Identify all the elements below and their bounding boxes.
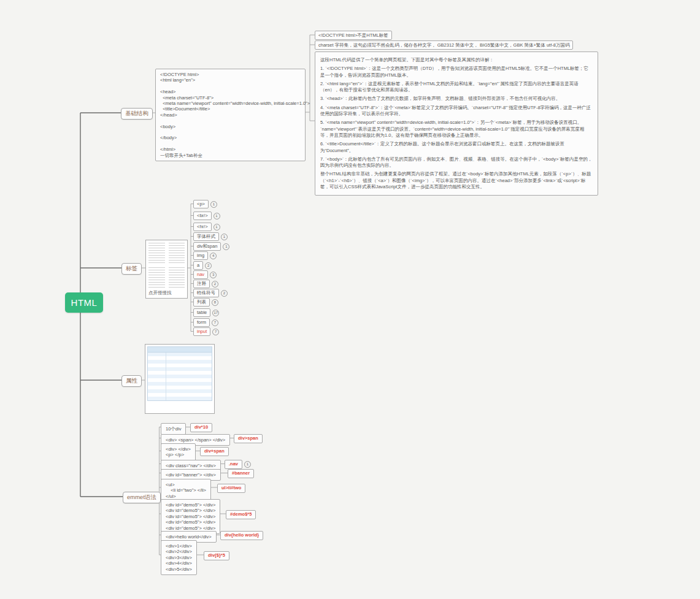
explanation-paragraph: 5. `<meta name="viewport" content="width… <box>320 120 593 139</box>
tags-cheatsheet-thumbnail[interactable]: 点开慢慢找 <box>145 240 188 299</box>
explanation-paragraph: 这段HTML代码提供了一个简单的网页框架。下面是对其中每个标签及其属性的详解： <box>320 57 593 63</box>
emmet-abbr-row: .nav 1 <box>225 460 251 469</box>
emmet-code-node[interactable]: <div> </div> <p> </p> <box>161 443 196 461</box>
explanation-paragraph: 3. `<head>`：此标签内包含了文档的元数据，如字符集声明、文档标题、链接… <box>320 96 593 102</box>
code-line: <div id="demo5"> </div> <box>166 508 215 513</box>
tag-item-comment[interactable]: 注释 2 <box>193 280 218 288</box>
code-line: <div>2</div> <box>166 549 192 554</box>
code-line: </head> <box>160 112 301 118</box>
code-line: <div>1</div> <box>166 543 192 549</box>
code-line: <div>hello world</div> <box>166 534 212 540</box>
count-badge[interactable]: 8 <box>212 299 218 306</box>
branch-node-tags[interactable]: 标签 <box>121 263 142 275</box>
html-explanation-node[interactable]: 这段HTML代码提供了一个简单的网页框架。下面是对其中每个标签及其属性的详解： … <box>315 52 598 196</box>
tag-label: <br/> <box>193 212 212 220</box>
emmet-code-node[interactable]: <div id="demo5"> </div> <div id="demo5">… <box>161 499 220 534</box>
count-badge[interactable]: 7 <box>212 319 218 326</box>
code-line: <html lang="en"> <box>160 77 301 83</box>
tag-item-a[interactable]: a 2 <box>193 261 212 270</box>
tag-label: nav <box>193 270 208 279</box>
thumbnail-text-preview <box>148 242 185 289</box>
note-doctype[interactable]: <!DOCTYPE html>不是HTML标签 <box>315 31 392 40</box>
tag-label: 注释 <box>193 280 210 288</box>
count-badge[interactable]: 1 <box>223 243 229 250</box>
tag-label: 列表 <box>193 298 210 307</box>
emmet-code-node[interactable]: <div>1</div> <div>2</div> <div>3</div> <… <box>161 540 197 575</box>
code-line: </html> <box>160 147 301 152</box>
note-charset[interactable]: charset 字符集，这句必须写不然会乱码，储存各种文字， GB2312 简体… <box>315 40 573 50</box>
code-line: <p> </p> <box>166 452 191 457</box>
tag-item-div-span[interactable]: div和span 1 <box>193 242 229 251</box>
count-badge[interactable]: 1 <box>244 461 251 468</box>
code-line: <div id="demo5"> </div> <box>166 514 215 519</box>
attributes-table-thumbnail[interactable] <box>145 344 215 414</box>
tag-item-p[interactable]: <p> 1 <box>193 200 217 208</box>
table-rows-preview <box>147 352 212 401</box>
mindmap-canvas: HTML 基础结构 标签 属性 emmet语法 <!DOCTYPE html> … <box>0 0 700 599</box>
tag-item-list[interactable]: 列表 8 <box>193 298 218 307</box>
tag-label: form <box>193 318 210 327</box>
code-line: </body> <box>160 135 301 140</box>
branch-node-attributes[interactable]: 属性 <box>121 375 142 387</box>
tag-item-br[interactable]: <br/> 1 <box>193 212 220 220</box>
explanation-paragraph: 6. `<title>Document</title>`：定义了文档的标题。这个… <box>320 141 593 154</box>
emmet-abbr-node[interactable]: div*10 <box>190 423 212 432</box>
emmet-abbr-node[interactable]: div>span <box>234 434 263 443</box>
code-line: <div id="banner"> </div> <box>166 472 216 478</box>
emmet-abbr-node[interactable]: ul>li#two <box>217 484 245 493</box>
tag-item-form[interactable]: form 7 <box>193 318 218 327</box>
code-line: <ul> <box>166 482 206 487</box>
code-caption: 一切靠开头+Tab补全 <box>160 153 301 158</box>
emmet-abbr-node[interactable]: .nav <box>225 460 242 469</box>
count-badge[interactable]: 2 <box>205 262 212 269</box>
root-node-html[interactable]: HTML <box>65 292 103 313</box>
count-badge[interactable]: 17 <box>212 310 219 316</box>
count-badge[interactable]: 3 <box>210 272 217 278</box>
code-line <box>160 118 301 123</box>
tag-label: input <box>193 327 210 336</box>
code-line <box>160 83 301 89</box>
html-skeleton-node[interactable]: <!DOCTYPE html> <html lang="en"> <head> … <box>155 69 306 161</box>
code-line: <div>4</div> <box>166 560 192 566</box>
count-badge[interactable]: 4 <box>210 253 217 259</box>
code-line: <head> <box>160 89 301 94</box>
emmet-abbr-node[interactable]: div{hello world} <box>220 531 263 540</box>
emmet-abbr-node[interactable]: div+span <box>200 447 229 456</box>
tag-item-special-chars[interactable]: 特殊符号 2 <box>193 289 228 297</box>
tag-label: div和span <box>193 242 221 251</box>
count-badge[interactable]: 1 <box>213 224 220 231</box>
tag-item-img[interactable]: img 4 <box>193 251 217 260</box>
code-line: <div> </div> <box>166 446 191 452</box>
code-line: <div id="demo5"> </div> <box>166 525 215 531</box>
branch-node-emmet[interactable]: emmet语法 <box>123 492 161 503</box>
explanation-paragraph: 整个HTML结构非常基础，为创建更复杂的网页内容提供了框架。通过在`<body>… <box>320 171 593 190</box>
count-badge[interactable]: 1 <box>210 201 217 208</box>
table-header-preview <box>147 346 212 352</box>
emmet-abbr-node[interactable]: div{$}*5 <box>204 551 229 560</box>
count-badge[interactable]: 2 <box>212 281 218 288</box>
tag-label: 字体样式 <box>193 232 219 241</box>
count-badge[interactable]: 2 <box>221 290 228 297</box>
tag-item-font-style[interactable]: 字体样式 1 <box>193 232 228 241</box>
code-line: <li id="two"> </li> <box>166 487 206 493</box>
code-line: <meta charset="UTF-8"> <box>160 95 301 101</box>
code-line: <meta name="viewport" content="width=dev… <box>160 101 301 106</box>
explanation-paragraph: 4. `<meta charset="UTF-8">`：这个`<meta>`标签… <box>320 105 593 118</box>
tag-label: <p> <box>193 200 209 208</box>
tag-item-hr[interactable]: <hr/> 1 <box>193 223 220 231</box>
emmet-abbr-node[interactable]: #demo$*5 <box>226 510 256 519</box>
emmet-code-node[interactable]: 10个div <box>161 423 186 435</box>
thumbnail-caption: 点开慢慢找 <box>148 289 185 296</box>
tag-item-input[interactable]: input 7 <box>193 327 219 336</box>
emmet-abbr-node[interactable]: #banner <box>228 469 254 478</box>
code-line <box>160 129 301 135</box>
branch-node-structure[interactable]: 基础结构 <box>121 108 153 120</box>
code-line: <body> <box>160 124 301 129</box>
tag-item-table[interactable]: table 17 <box>193 308 219 317</box>
tag-item-nav[interactable]: nav 3 <box>193 270 217 279</box>
count-badge[interactable]: 7 <box>212 329 219 335</box>
code-line: 10个div <box>166 426 181 432</box>
count-badge[interactable]: 1 <box>221 234 228 240</box>
count-badge[interactable]: 1 <box>213 213 220 219</box>
code-line: <div>3</div> <box>166 555 192 560</box>
